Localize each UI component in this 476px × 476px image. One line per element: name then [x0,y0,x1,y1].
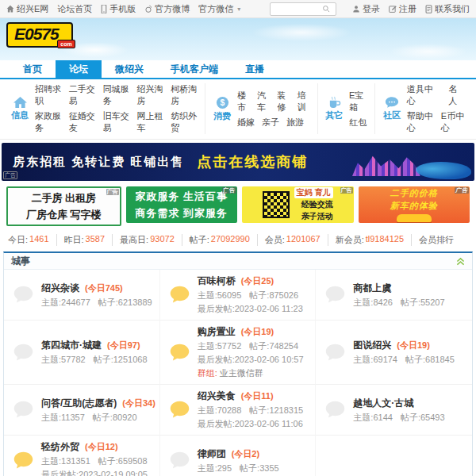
forum-link[interactable]: 律师团 [198,447,226,461]
group-link[interactable]: 业主微信群 [220,368,263,378]
cat-link[interactable]: 培训 [297,90,309,113]
register-link[interactable]: 注册 [389,3,416,15]
category-group-consume: $ 消费 楼市 汽车 装修 培训 婚嫁 亲子 旅游 [205,83,317,134]
forum-link[interactable]: 百味柯桥 [198,274,236,288]
contact-link[interactable]: 联系我们 [425,3,470,15]
forum-link[interactable]: 绍兴杂谈 [41,282,79,295]
ad-tag: 广告 [340,187,353,194]
nav-tab-mobile-client[interactable]: 手机客户端 [157,60,232,78]
today-count: (今日12) [85,441,118,453]
forum-link[interactable]: 轻纺外贸 [41,440,79,454]
collapse-icon[interactable] [456,257,465,266]
login-link[interactable]: 登录 [352,3,380,15]
forum-home-link[interactable]: 论坛首页 [57,3,92,15]
nav-tab-home[interactable]: 首页 [10,60,56,78]
forum-link[interactable]: 越地人文·古城 [353,397,413,410]
site-logo[interactable]: E0575 com [6,22,73,48]
cat-link[interactable]: E币中心 [441,110,466,134]
section-header: 城事 [4,253,472,270]
nav-tab-live[interactable]: 直播 [232,60,278,78]
cup-icon [328,96,341,109]
cat-link[interactable]: 亲子 [262,117,279,129]
forum-cell[interactable]: 律师团(今日2) 主题:295帖子:3355 [160,436,317,476]
forum-cell[interactable]: 百味柯桥(今日25) 主题:56095帖子:875026 最后发帖:2023-0… [160,270,317,321]
cat-link[interactable]: 家政服务 [35,110,62,134]
banner-whale-art [416,162,471,179]
today-count: (今日97) [107,340,140,351]
cat-link[interactable]: 绍兴淘房 [136,83,163,107]
today-count: (今日19) [397,340,430,351]
forum-link[interactable]: 图说绍兴 [353,339,391,352]
cat-link[interactable]: 楼市 [237,90,250,113]
forum-icon-new [168,283,191,306]
cat-link[interactable]: 网上租车 [136,110,163,134]
cat-link[interactable]: 道具中心 [407,83,441,107]
banner-text-yellow: 点击在线选商铺 [197,152,308,171]
stat-record-day: 最高日:93072 [113,234,182,246]
nav-tab-weishaoxing[interactable]: 微绍兴 [102,60,157,78]
forum-link[interactable]: 绍兴美食 [198,390,236,403]
logo-text: E0575 [14,25,59,43]
cat-link[interactable]: 旧车交易 [103,110,130,134]
ad-tag: 广告 [455,187,469,194]
search-icon[interactable] [322,5,330,13]
cat-link[interactable]: 红包 [349,117,367,129]
ad-tag: 广告 [3,171,17,179]
cat-link[interactable]: 招聘求职 [35,83,62,107]
forum-cell[interactable]: 越地人文·古城 主题:6144帖子:65493 [316,385,472,436]
search-box[interactable] [270,2,336,16]
category-label: 社区 [383,109,401,121]
ad-banner-housing[interactable]: 二手房 出租房 厂房仓库 写字楼 广告 [6,186,121,226]
svg-text:$: $ [220,98,225,107]
header-sky-band: E0575 com [0,18,476,60]
forum-cell[interactable]: 轻纺外贸(今日12) 主题:131351帖子:659508 最后发帖:2023-… [4,436,160,476]
today-count: (今日34) [122,397,155,409]
forum-link[interactable]: 第四城市·城建 [41,339,102,352]
wechat-menu[interactable]: 官方微信 ▾ [198,3,240,15]
forum-cell[interactable]: 第四城市·城建(今日97) 主题:57782帖子:1251068 [4,321,160,385]
cat-link[interactable]: 帮助中心 [407,110,434,134]
category-label: 消费 [213,110,231,122]
chevron-down-icon: ▾ [237,6,240,13]
cat-link[interactable]: 二手交易 [69,83,96,107]
forum-cell[interactable]: 商都上虞 主题:8426帖子:55207 [316,270,472,321]
weibo-icon [144,5,152,13]
cat-link[interactable]: 柯桥淘房 [171,83,198,107]
stat-today: 今日:1461 [8,234,57,246]
top-utility-bar: 绍兴E网 论坛首页 手机版 官方微博 官方微信 ▾ 登录 注册 联系我们 [0,0,476,18]
cat-link[interactable]: 旅游 [286,117,304,129]
cat-link[interactable]: 汽车 [257,90,270,113]
stat-new-member: 新会员:tl9184125 [328,234,412,246]
forum-link[interactable]: 商都上虞 [353,282,391,295]
forum-cell[interactable]: 绍兴美食(今日11) 主题:70288帖子:1218315 最后发帖:2023-… [160,385,317,436]
forum-cell[interactable]: 绍兴杂谈(今日745) 主题:244677帖子:6213889 [4,270,160,321]
cat-link[interactable]: E宝箱 [349,90,367,113]
cat-link[interactable]: 同城服务 [103,83,130,107]
forum-cell[interactable]: 购房置业(今日19) 主题:57752帖子:748254 最后发帖:2023-0… [160,321,317,385]
forum-link[interactable]: 购房置业 [198,325,236,339]
cat-link[interactable]: 名人 [448,83,466,107]
today-count: (今日745) [85,282,123,294]
today-count: (今日2) [232,448,259,460]
main-ad-banner[interactable]: 房东招租 免转让费 旺铺出售 点击在线选商铺 广告 [2,143,474,181]
forum-link[interactable]: 问答/互助(志愿者) [41,397,117,410]
ad-banner-used-car[interactable]: 二手的价格 新车的体验 广告 [359,186,470,223]
ad-banner-parenting[interactable]: 宝妈 育儿 经验交流 亲子活动 广告 [242,186,354,223]
search-input[interactable] [273,4,322,14]
weibo-link[interactable]: 官方微博 [144,3,190,15]
ad-banner-services[interactable]: 家政服务 生活百事 商务需求 到家服务 广告 [126,186,238,223]
mobile-version-link[interactable]: 手机版 [101,3,136,15]
category-label: 其它 [325,109,343,121]
nav-tab-forum[interactable]: 论坛 [56,60,102,78]
cat-link[interactable]: 纺织外贸 [171,110,198,134]
forum-cell[interactable]: 问答/互助(志愿者)(今日34) 主题:11357帖子:80920 [4,385,160,436]
site-home-link[interactable]: 绍兴E网 [6,3,48,15]
category-group-other: 其它 E宝箱 红包 [317,83,374,134]
cat-link[interactable]: 婚嫁 [237,117,255,129]
chat-bubble-icon [385,96,399,109]
member-rank-link[interactable]: 会员排行 [412,234,461,246]
forum-cell[interactable]: 图说绍兴(今日19) 主题:69174帖子:681845 [316,321,472,385]
cat-link[interactable]: 征婚交友 [69,110,96,134]
stat-yesterday: 昨日:3587 [57,234,113,246]
cat-link[interactable]: 装修 [277,90,290,113]
